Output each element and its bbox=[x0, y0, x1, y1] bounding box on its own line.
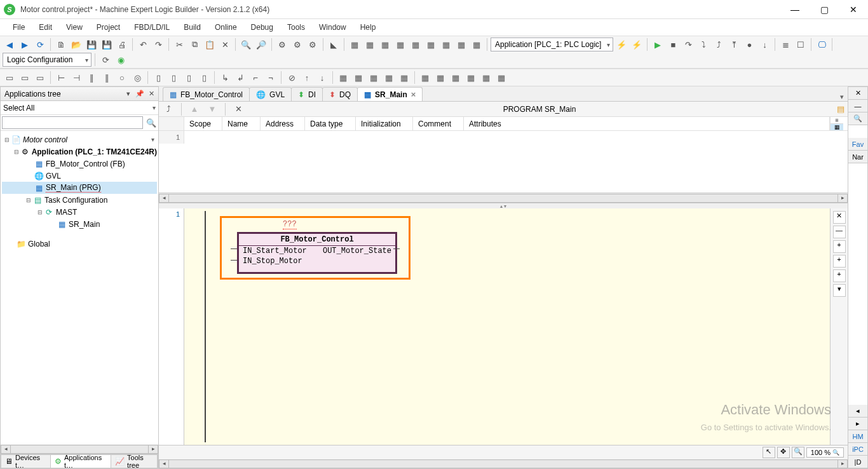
ld-icon[interactable]: ⊢ bbox=[54, 71, 68, 85]
run-icon[interactable]: ▶ bbox=[651, 37, 665, 51]
branch-icon[interactable]: ¬ bbox=[264, 71, 278, 85]
tool-icon[interactable]: — bbox=[833, 226, 846, 238]
contact-icon[interactable]: ‖ bbox=[85, 71, 98, 85]
rebuild-icon[interactable]: ⚙ bbox=[290, 37, 304, 51]
tree-node-fb-motor[interactable]: ▦ FB_Motor_Control (FB) bbox=[2, 158, 157, 170]
step-icon[interactable]: ↷ bbox=[681, 37, 695, 51]
tool-icon[interactable]: ▦ bbox=[449, 71, 463, 85]
refresh-icon[interactable]: ⟳ bbox=[98, 53, 112, 67]
zoom-icon[interactable]: 🔍 bbox=[792, 447, 804, 458]
doc-tab-dq[interactable]: ⬍ DQ bbox=[322, 87, 358, 101]
tool-icon[interactable]: ▦ bbox=[397, 71, 411, 85]
tool-icon[interactable]: ▦ bbox=[494, 71, 508, 85]
tool-icon[interactable]: ▾ bbox=[833, 284, 846, 297]
ld-icon[interactable]: ⊣ bbox=[69, 71, 83, 85]
network-icon[interactable]: ▭ bbox=[3, 71, 17, 85]
decl-hscroll[interactable]: ◂▸ bbox=[159, 193, 848, 203]
declaration-grid[interactable]: Scope Name Address Data type Initializat… bbox=[159, 117, 848, 193]
goto-icon[interactable]: ⤴ bbox=[161, 102, 175, 116]
doc-tab-sr-main[interactable]: ▦ SR_Main × bbox=[357, 87, 423, 101]
tab-applications-tree[interactable]: ⚙ Applications t… bbox=[51, 455, 111, 468]
step-over-icon[interactable]: ⤴ bbox=[712, 37, 726, 51]
clean-icon[interactable]: ⚙ bbox=[306, 37, 320, 51]
trace-icon[interactable]: ≣ bbox=[778, 37, 792, 51]
tab-close-icon[interactable]: × bbox=[411, 90, 416, 99]
right-fav-tab[interactable]: Fav bbox=[848, 138, 867, 151]
tab-overflow-icon[interactable]: ▾ bbox=[840, 93, 848, 101]
nav-back-icon[interactable]: ◀ bbox=[3, 37, 17, 51]
zoom-combo[interactable]: 100 %🔍 bbox=[806, 447, 844, 458]
doc-tab-di[interactable]: ⬍ DI bbox=[291, 87, 323, 101]
chevron-down-icon[interactable]: ▾ bbox=[151, 136, 154, 143]
tree-node-sr-main-task[interactable]: ▦ SR_Main bbox=[2, 218, 157, 230]
save-icon[interactable]: 💾 bbox=[85, 37, 98, 51]
tool-icon[interactable]: ▦ bbox=[367, 71, 381, 85]
open-icon[interactable]: 📂 bbox=[69, 37, 83, 51]
branch-icon[interactable]: ⌐ bbox=[248, 71, 262, 85]
tree-node-application[interactable]: ⊟⚙ Application (PLC_1: TM241CE24R) bbox=[2, 146, 157, 158]
copy-icon[interactable]: ⧉ bbox=[187, 37, 201, 51]
tree-node-global[interactable]: 📁 Global bbox=[2, 238, 157, 250]
col-address[interactable]: Address bbox=[261, 117, 305, 130]
col-scope[interactable]: Scope bbox=[184, 117, 222, 130]
tool-icon[interactable]: ▦ bbox=[479, 71, 493, 85]
tool-icon[interactable]: ▦ bbox=[454, 37, 468, 51]
logout-icon[interactable]: ⚡ bbox=[630, 37, 644, 51]
right-close-icon[interactable]: ✕ bbox=[848, 87, 867, 100]
print-icon[interactable]: 🖨 bbox=[115, 37, 129, 51]
panel-pin-icon[interactable]: 📌 bbox=[135, 90, 144, 98]
pointer-icon[interactable]: ↖ bbox=[763, 447, 775, 458]
decl-textual-icon[interactable]: ≡ bbox=[831, 117, 843, 124]
right-ipc-tab[interactable]: iPC bbox=[848, 443, 867, 456]
minimize-button[interactable]: — bbox=[780, 0, 810, 19]
menu-file[interactable]: File bbox=[6, 20, 31, 34]
find-icon[interactable]: 🔍 bbox=[239, 37, 253, 51]
options-icon[interactable]: ▤ bbox=[834, 102, 848, 116]
chevron-down-icon[interactable]: ▾ bbox=[153, 104, 156, 111]
menu-window[interactable]: Window bbox=[313, 20, 353, 34]
pan-icon[interactable]: ✥ bbox=[777, 447, 790, 458]
tool-icon[interactable]: + bbox=[833, 240, 846, 253]
menu-project[interactable]: Project bbox=[90, 20, 126, 34]
tree-node-sr-main[interactable]: ▦ SR_Main (PRG) bbox=[2, 182, 157, 194]
box-icon[interactable]: ▯ bbox=[182, 71, 196, 85]
cursor-icon[interactable]: ↓ bbox=[757, 37, 771, 51]
tool-icon[interactable]: ▦ bbox=[348, 37, 362, 51]
redo-icon[interactable]: ↷ bbox=[151, 37, 165, 51]
tree-search-input[interactable] bbox=[2, 116, 143, 129]
coil-icon[interactable]: ○ bbox=[115, 71, 129, 85]
nav-home-icon[interactable]: ⟳ bbox=[33, 37, 47, 51]
menu-fbd-ld-il[interactable]: FBD/LD/IL bbox=[128, 20, 176, 34]
tool-icon[interactable]: ▦ bbox=[409, 37, 423, 51]
edge-icon[interactable]: ↑ bbox=[300, 71, 314, 85]
doc-tab-gvl[interactable]: 🌐 GVL bbox=[249, 87, 292, 101]
step-into-icon[interactable]: ⤵ bbox=[696, 37, 710, 51]
right-scroll-right[interactable]: ▸ bbox=[848, 418, 867, 430]
right-nar-tab[interactable]: Nar bbox=[848, 151, 867, 163]
tool-icon[interactable]: ▦ bbox=[336, 71, 350, 85]
down-icon[interactable]: ▼ bbox=[205, 102, 219, 116]
right-scroll-left[interactable]: ◂ bbox=[848, 405, 867, 418]
tool-icon[interactable]: ▦ bbox=[382, 71, 396, 85]
tool-icon[interactable]: ▦ bbox=[418, 71, 432, 85]
bookmark-icon[interactable]: ◣ bbox=[327, 37, 341, 51]
right-tab[interactable]: — bbox=[848, 100, 867, 112]
maximize-button[interactable]: ▢ bbox=[810, 0, 839, 19]
step-out-icon[interactable]: ⤒ bbox=[727, 37, 741, 51]
col-attributes[interactable]: Attributes bbox=[464, 117, 830, 130]
stop-icon[interactable]: ■ bbox=[666, 37, 680, 51]
tab-devices-tree[interactable]: 🖥 Devices t… bbox=[1, 455, 51, 468]
tree-node-mast[interactable]: ⊟⟳ MAST bbox=[2, 206, 157, 218]
close-button[interactable]: ✕ bbox=[839, 0, 868, 19]
fb-block[interactable]: FB_Motor_Control IN_Start_Motor OUT_Moto… bbox=[237, 232, 397, 274]
connect-icon[interactable]: ◉ bbox=[114, 53, 128, 67]
delete-icon[interactable]: ✕ bbox=[231, 102, 245, 116]
split-grip[interactable]: ▴ ▾ bbox=[159, 203, 848, 208]
findnext-icon[interactable]: 🔎 bbox=[254, 37, 268, 51]
screen-icon[interactable]: 🖵 bbox=[815, 37, 829, 51]
logic-config-combo[interactable]: Logic Configuration bbox=[3, 53, 92, 67]
fb-input-pin[interactable]: IN_Start_Motor bbox=[243, 247, 307, 255]
tool-icon[interactable]: ▦ bbox=[433, 71, 447, 85]
network-icon[interactable]: ▭ bbox=[33, 71, 47, 85]
paste-icon[interactable]: 📋 bbox=[203, 37, 217, 51]
